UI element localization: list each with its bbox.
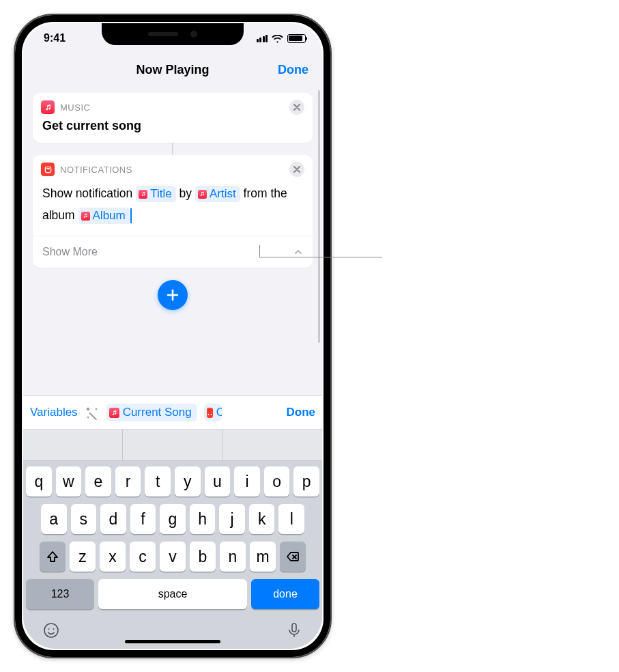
action-get-current-song[interactable]: MUSIC Get current song [33,93,313,143]
side-volume-down [14,212,15,254]
key-z[interactable]: z [70,542,96,572]
screen: 9:41 Now Playing Done [23,23,322,649]
remove-action-button[interactable] [289,162,304,177]
action-category-label: NOTIFICATIONS [60,165,132,175]
notifications-app-icon [41,163,55,176]
key-r[interactable]: r [115,466,141,496]
key-s[interactable]: s [71,504,97,534]
key-b[interactable]: b [190,542,216,572]
variable-token-album[interactable]: Album [78,208,130,224]
key-n[interactable]: n [220,542,246,572]
show-more-button[interactable]: Show More [33,236,313,268]
svg-point-2 [44,624,58,637]
key-o[interactable]: o [264,466,290,496]
key-a[interactable]: a [41,504,67,534]
wifi-icon [272,34,283,43]
keyboard: qwertyuiop asdfghjkl zxcvbnm 123 space d… [23,461,322,613]
svg-rect-0 [45,167,51,172]
music-icon [109,408,119,418]
key-j[interactable]: j [219,504,245,534]
add-action-button[interactable] [158,280,188,310]
iphone-frame: 9:41 Now Playing Done [14,14,332,658]
music-icon [198,190,207,199]
key-t[interactable]: t [145,466,171,496]
autocomplete-slot[interactable] [23,430,123,460]
emoji-key[interactable] [42,621,60,642]
variable-chip-clipboard[interactable]: Clipboard [204,404,222,421]
dictation-key[interactable] [285,621,303,642]
numbers-key[interactable]: 123 [26,579,94,609]
chevron-up-icon [293,247,303,257]
key-f[interactable]: f [130,504,156,534]
autocomplete-slot[interactable] [123,430,222,460]
music-icon [139,190,147,199]
autocomplete-bar [23,430,322,461]
space-key[interactable]: space [98,579,247,609]
key-u[interactable]: u [205,466,231,496]
backspace-key[interactable] [280,542,306,572]
key-l[interactable]: l [278,504,304,534]
variables-button[interactable]: Variables [30,406,78,419]
battery-icon [287,34,306,43]
action-show-notification[interactable]: NOTIFICATIONS Show notification Title by… [33,155,313,268]
key-q[interactable]: q [26,466,52,496]
key-x[interactable]: x [100,542,126,572]
action-connector [33,143,313,155]
notification-body-field[interactable]: Show notification Title by Artist from t… [33,180,313,236]
text-cursor [130,208,132,223]
key-c[interactable]: c [130,542,156,572]
key-e[interactable]: e [85,466,111,496]
key-i[interactable]: i [234,466,260,496]
side-mute-switch [14,117,15,141]
key-k[interactable]: k [249,504,275,534]
autocomplete-slot[interactable] [223,430,322,460]
shift-key[interactable] [40,542,66,572]
key-p[interactable]: p [293,466,319,496]
svg-rect-1 [46,168,50,169]
key-d[interactable]: d [100,504,126,534]
home-indicator[interactable] [125,640,220,643]
scissors-icon [207,408,213,418]
key-w[interactable]: w [56,466,82,496]
svg-point-4 [53,628,55,630]
keyboard-bottom-bar [23,613,322,649]
nav-bar: Now Playing Done [23,53,322,86]
side-power-button [330,158,332,227]
key-h[interactable]: h [190,504,216,534]
music-app-icon [41,100,55,114]
notch [102,23,244,45]
svg-point-3 [48,628,50,630]
remove-action-button[interactable] [289,100,304,115]
key-g[interactable]: g [160,504,186,534]
variable-token-title[interactable]: Title [136,186,176,202]
scroll-indicator[interactable] [318,90,320,343]
action-title: Get current song [33,117,313,143]
status-time: 9:41 [44,32,66,44]
action-category-label: MUSIC [60,102,90,113]
shortcut-editor: MUSIC Get current song NOTIFICATIONS [23,86,322,395]
action-verb: Show notification [42,186,132,200]
page-title: Now Playing [136,63,209,77]
variable-token-artist[interactable]: Artist [195,186,240,202]
callout-line [259,257,382,257]
variable-chip-current-song[interactable]: Current Song [106,404,197,421]
key-m[interactable]: m [250,542,276,572]
nav-done-button[interactable]: Done [278,63,308,77]
music-icon [81,212,90,221]
cellular-signal-icon [257,35,268,42]
side-volume-up [14,158,15,201]
magic-variable-button[interactable] [85,405,100,420]
svg-rect-5 [292,624,296,632]
variable-suggestions-bar: Variables Current Song Clipboard Done [23,395,322,430]
return-key[interactable]: done [251,579,319,609]
keyboard-done-button[interactable]: Done [287,406,316,419]
key-v[interactable]: v [160,542,186,572]
key-y[interactable]: y [175,466,201,496]
